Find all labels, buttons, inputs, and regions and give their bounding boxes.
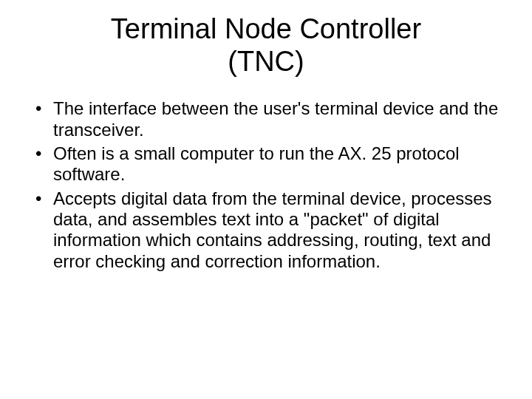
- list-item: Accepts digital data from the terminal d…: [34, 188, 502, 272]
- title-line-1: Terminal Node Controller: [111, 13, 421, 44]
- slide: Terminal Node Controller (TNC) The inter…: [0, 0, 532, 399]
- title-line-2: (TNC): [228, 46, 304, 77]
- bullet-text: Accepts digital data from the terminal d…: [53, 188, 492, 271]
- bullet-list: The interface between the user's termina…: [30, 98, 502, 272]
- bullet-text: The interface between the user's termina…: [53, 98, 498, 139]
- slide-title: Terminal Node Controller (TNC): [30, 13, 502, 78]
- bullet-text: Often is a small computer to run the AX.…: [53, 143, 460, 184]
- list-item: The interface between the user's termina…: [34, 98, 502, 140]
- list-item: Often is a small computer to run the AX.…: [34, 143, 502, 185]
